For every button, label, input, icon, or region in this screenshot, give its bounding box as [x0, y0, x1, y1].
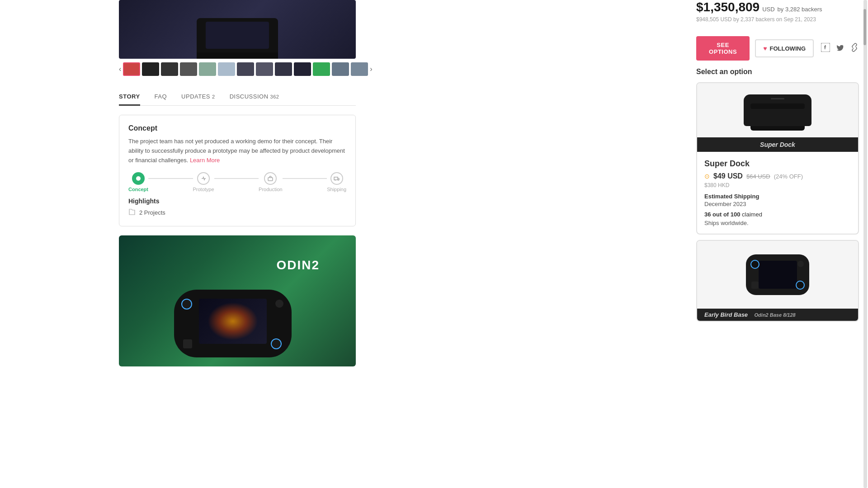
- early-bird-banner: Early Bird Base Odin2 Base 8/128: [697, 309, 858, 321]
- twitter-icon[interactable]: [835, 43, 844, 54]
- funding-amount: $1,350,809: [696, 0, 760, 14]
- price-hkd: $380 HKD: [704, 182, 851, 188]
- super-dock-card[interactable]: Super Dock Super Dock ⊙ $49 USD $64 USD …: [696, 82, 859, 235]
- right-sidebar: $1,350,809 USD by 3,282 backers $948,505…: [687, 0, 868, 488]
- stage-label-production: Production: [259, 187, 283, 192]
- facebook-icon[interactable]: [821, 43, 830, 54]
- see-options-button[interactable]: SEE OPTIONS: [696, 36, 750, 61]
- following-button[interactable]: ♥ FOLLOWING: [755, 39, 814, 57]
- thumbnail-11[interactable]: [313, 62, 330, 76]
- concept-box: Concept The project team has not yet pro…: [119, 115, 356, 226]
- next-thumbnail-button[interactable]: ›: [370, 65, 372, 74]
- stage-circle-concept: [132, 172, 145, 185]
- concept-description: The project team has not yet produced a …: [128, 137, 346, 165]
- hero-image: [119, 0, 356, 59]
- stage-circle-shipping: [330, 172, 343, 185]
- scrollbar[interactable]: [863, 0, 867, 488]
- tab-story[interactable]: STORY: [119, 89, 140, 105]
- stage-line-3: [283, 178, 327, 179]
- content-tabs: STORY FAQ UPDATES2 DISCUSSION362: [119, 89, 356, 106]
- stage-circle-production: [264, 172, 277, 185]
- thumbnail-13[interactable]: [351, 62, 368, 76]
- claimed-count: 36 out of 100: [704, 211, 740, 218]
- thumbnail-2[interactable]: [142, 62, 159, 76]
- thumbnail-4[interactable]: [180, 62, 197, 76]
- super-dock-banner: Super Dock: [697, 137, 858, 152]
- early-bird-subtitle: Odin2 Base 8/128: [755, 312, 796, 318]
- stage-prototype: Prototype: [193, 172, 214, 192]
- super-dock-image: [697, 83, 858, 137]
- heart-icon: ♥: [763, 45, 767, 52]
- thumbnail-12[interactable]: [332, 62, 349, 76]
- super-dock-body: Super Dock ⊙ $49 USD $64 USD (24% OFF) $…: [697, 152, 858, 234]
- stage-circle-prototype: [197, 172, 210, 185]
- thumbnail-8[interactable]: [256, 62, 273, 76]
- scrollbar-thumb[interactable]: [863, 9, 866, 45]
- svg-point-0: [136, 176, 141, 181]
- stage-shipping: Shipping: [327, 172, 346, 192]
- funding-section: $1,350,809 USD by 3,282 backers $948,505…: [696, 0, 859, 30]
- thumbnail-6[interactable]: [218, 62, 235, 76]
- highlights-title: Highlights: [128, 197, 346, 205]
- thumbnail-3[interactable]: [161, 62, 178, 76]
- svg-rect-1: [268, 178, 273, 181]
- tab-faq[interactable]: FAQ: [155, 89, 167, 105]
- social-icons: [821, 43, 859, 54]
- claimed-suffix: claimed: [742, 211, 762, 218]
- price-discount: (24% OFF): [774, 173, 803, 180]
- link-icon[interactable]: [850, 43, 859, 54]
- shipping-date: December 2023: [704, 201, 851, 207]
- stage-line-2: [214, 178, 259, 179]
- claimed-text: 36 out of 100 claimed: [704, 211, 851, 218]
- stage-label-shipping: Shipping: [327, 187, 346, 192]
- thumbnail-9[interactable]: [275, 62, 292, 76]
- price-original: $64 USD: [746, 173, 770, 180]
- stage-production: Production: [259, 172, 283, 192]
- price-icon: ⊙: [704, 173, 710, 180]
- action-buttons: SEE OPTIONS ♥ FOLLOWING: [696, 36, 859, 61]
- stage-label-prototype: Prototype: [193, 187, 214, 192]
- odin2-image: ODIN2: [119, 235, 356, 366]
- select-option-title: Select an option: [696, 68, 859, 76]
- tab-discussion[interactable]: DISCUSSION362: [230, 89, 279, 105]
- stage-progress: Concept Prototype Production: [128, 172, 346, 192]
- thumbnail-5[interactable]: [199, 62, 216, 76]
- thumbnail-10[interactable]: [294, 62, 311, 76]
- stage-concept: Concept: [128, 172, 148, 192]
- stage-line-1: [148, 178, 193, 179]
- thumbnail-7[interactable]: [237, 62, 254, 76]
- funding-previous: $948,505 USD by 2,337 backers on Sep 21,…: [696, 16, 859, 23]
- stage-label-concept: Concept: [128, 187, 148, 192]
- funding-currency: USD: [762, 6, 774, 13]
- early-bird-card[interactable]: Early Bird Base Odin2 Base 8/128: [696, 240, 859, 322]
- early-bird-image: [697, 241, 858, 309]
- svg-rect-4: [821, 43, 830, 52]
- funding-backers: by 3,282 backers: [778, 6, 822, 13]
- price-row: ⊙ $49 USD $64 USD (24% OFF): [704, 172, 851, 180]
- projects-count: 2 Projects: [139, 209, 165, 216]
- prev-thumbnail-button[interactable]: ‹: [119, 65, 121, 74]
- highlights-section: Highlights 2 Projects: [128, 197, 346, 217]
- thumbnail-strip: ‹ ›: [119, 62, 356, 76]
- concept-title: Concept: [128, 124, 346, 132]
- highlight-projects: 2 Projects: [128, 208, 346, 217]
- super-dock-name: Super Dock: [704, 159, 851, 169]
- thumbnail-1[interactable]: [123, 62, 140, 76]
- learn-more-link[interactable]: Learn More: [190, 157, 220, 164]
- shipping-label: Estimated Shipping: [704, 193, 851, 200]
- price-current: $49 USD: [713, 172, 743, 180]
- tab-updates[interactable]: UPDATES2: [181, 89, 215, 105]
- ships-text: Ships worldwide.: [704, 220, 851, 226]
- projects-icon: [128, 208, 136, 217]
- funding-amount-row: $1,350,809 USD by 3,282 backers: [696, 0, 859, 14]
